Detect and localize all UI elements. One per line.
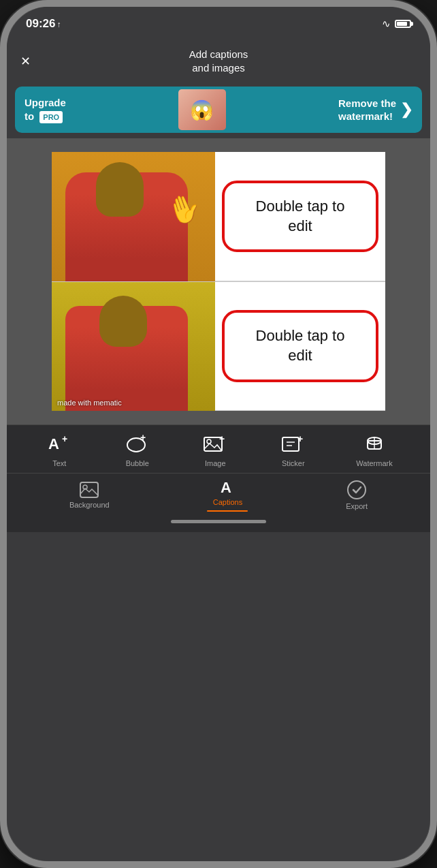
sticker-add-icon: + <box>278 432 308 456</box>
power-button[interactable] <box>434 177 437 259</box>
svg-text:A: A <box>221 479 231 495</box>
ad-right: Remove the watermark! ❯ <box>338 97 412 123</box>
text-label: Text <box>52 459 66 467</box>
bubble-add-icon: + <box>123 432 152 456</box>
mute-button[interactable] <box>0 116 3 150</box>
ad-banner[interactable]: Upgrade to PRO 😱 Remove the watermark! ❯ <box>15 87 422 133</box>
toolbar-icons-row: A + Text + Bubble <box>7 432 430 473</box>
bottom-caption-text: Double tap to edit <box>256 327 345 364</box>
export-nav-label: Export <box>346 502 368 510</box>
svg-point-18 <box>348 481 366 499</box>
meme-bottom-row: Double tap to edit <box>52 281 385 411</box>
wifi-icon: ∿ <box>382 18 391 30</box>
toolbar-watermark-button[interactable]: Watermark <box>356 432 392 467</box>
main-content-area: ✋ Double tap to edit <box>7 138 430 424</box>
sticker-label: Sticker <box>282 459 305 467</box>
captions-nav-icon: A <box>218 479 237 495</box>
svg-point-6 <box>207 439 211 444</box>
nav-captions[interactable]: A Captions <box>207 479 248 512</box>
drake-approve-image <box>52 282 215 411</box>
phone-screen: 09:26↑ ∿ ✕ Add captions and images Upgra… <box>7 7 430 861</box>
status-icons: ∿ <box>382 18 411 30</box>
drake-reject-image: ✋ <box>52 152 215 281</box>
home-bar <box>171 520 266 523</box>
toolbar-bubble-button[interactable]: + Bubble <box>123 432 152 467</box>
meme-top-row-wrapper: ✋ Double tap to edit <box>52 152 385 281</box>
svg-rect-8 <box>282 437 299 451</box>
svg-text:+: + <box>140 434 146 443</box>
battery-icon <box>395 20 411 28</box>
svg-text:A: A <box>48 435 59 452</box>
meme-bottom-row-wrapper: Double tap to edit made with mematic <box>52 281 385 411</box>
close-button[interactable]: ✕ <box>20 54 31 69</box>
bubble-label: Bubble <box>126 459 149 467</box>
image-add-icon: + <box>200 432 230 456</box>
ad-person-image: 😱 <box>178 89 226 130</box>
background-nav-icon <box>80 482 99 498</box>
status-bar: 09:26↑ ∿ <box>7 7 430 41</box>
bottom-nav: Background A Captions Export <box>7 473 430 514</box>
ad-arrow-icon: ❯ <box>400 101 412 119</box>
meme-top-text-panel[interactable]: Double tap to edit <box>215 152 385 281</box>
watermark-label: Watermark <box>356 459 392 467</box>
app-header: ✕ Add captions and images <box>7 41 430 81</box>
status-time: 09:26↑ <box>26 17 61 31</box>
nav-background[interactable]: Background <box>69 482 110 509</box>
volume-up-button[interactable] <box>0 164 3 218</box>
svg-rect-15 <box>80 482 98 497</box>
toolbar-sticker-button[interactable]: + Sticker <box>278 432 308 467</box>
captions-nav-label: Captions <box>213 498 242 506</box>
export-nav-icon <box>347 480 366 499</box>
svg-text:+: + <box>297 434 303 444</box>
watermark-text: made with mematic <box>57 399 122 407</box>
meme-bottom-text-panel[interactable]: Double tap to edit <box>215 282 385 410</box>
meme-top-row: ✋ Double tap to edit <box>52 152 385 281</box>
toolbar-text-button[interactable]: A + Text <box>44 432 74 467</box>
toolbar-image-button[interactable]: + Image <box>200 432 230 467</box>
header-title: Add captions and images <box>189 48 248 74</box>
top-caption-text: Double tap to edit <box>256 198 345 234</box>
background-nav-label: Background <box>69 501 110 509</box>
pro-badge: PRO <box>39 111 63 123</box>
meme-container: ✋ Double tap to edit <box>52 152 385 411</box>
text-add-icon: A + <box>44 432 74 456</box>
nav-export[interactable]: Export <box>346 480 368 510</box>
volume-down-button[interactable] <box>0 232 3 286</box>
image-label: Image <box>205 459 226 467</box>
phone-frame: 09:26↑ ∿ ✕ Add captions and images Upgra… <box>0 0 437 868</box>
active-indicator <box>207 510 248 512</box>
bottom-caption-box[interactable]: Double tap to edit <box>222 310 378 382</box>
bottom-toolbar: A + Text + Bubble <box>7 424 430 532</box>
top-caption-box[interactable]: Double tap to edit <box>222 181 378 252</box>
svg-text:+: + <box>62 434 67 444</box>
svg-text:+: + <box>219 434 225 444</box>
watermark-icon <box>359 432 389 456</box>
home-indicator <box>7 514 430 528</box>
ad-left-text: Upgrade to PRO <box>25 96 66 123</box>
